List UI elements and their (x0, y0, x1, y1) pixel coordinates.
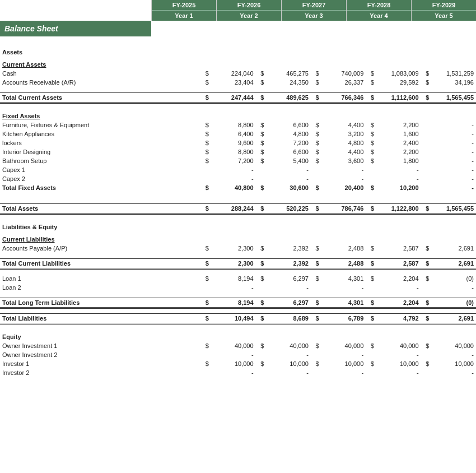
cell-value: 30,600 (266, 183, 311, 192)
section-header-row: Fixed Assets (0, 108, 476, 120)
cell-value: 23,404 (211, 78, 256, 87)
cell-value: 2,691 (431, 258, 476, 268)
cell-value: - (431, 129, 476, 138)
cell-value: - (431, 350, 476, 359)
dollar-sign: $ (200, 147, 211, 156)
fy-label: FY-2026 (217, 0, 281, 11)
dollar-sign: $ (200, 120, 211, 129)
row-label: Capex 2 (0, 174, 200, 183)
dollar-sign: $ (256, 313, 267, 323)
section-header-label: Liabilities & Equity (0, 219, 476, 231)
dollar-sign: $ (421, 92, 432, 103)
dollar-sign: $ (421, 78, 432, 87)
dollar-sign: $ (200, 69, 211, 78)
cell-value: 2,488 (321, 258, 366, 268)
row-label: Loan 2 (0, 283, 200, 292)
row-label: Furniture, Fixtures & Equipment (0, 120, 200, 129)
cell-value: 9,600 (211, 138, 256, 147)
section-header-row: Current Liabilities (0, 231, 476, 244)
dollar-sign: $ (311, 244, 321, 253)
cell-value: 8,800 (211, 147, 256, 156)
cell-value: 40,000 (431, 341, 476, 350)
cell-value: - (211, 165, 256, 174)
dollar-sign (366, 174, 376, 183)
dollar-sign: $ (421, 274, 432, 283)
dollar-sign: $ (366, 298, 376, 308)
table-row: Total Current Assets$247,444$489,625$766… (0, 92, 476, 103)
year-label: Year 4 (347, 11, 411, 21)
dollar-sign (256, 174, 267, 183)
dollar-sign: $ (366, 274, 376, 283)
fy-label: FY-2025 (152, 0, 216, 11)
cell-value: - (211, 174, 256, 183)
dollar-sign: $ (311, 203, 321, 214)
table-row: Total Long Term Liabilities$8,194$6,297$… (0, 298, 476, 308)
dollar-sign: $ (366, 313, 376, 323)
table-row: Loan 1$8,194$6,297$4,301$2,204$(0) (0, 274, 476, 283)
dollar-sign: $ (366, 78, 376, 87)
spacer-row (0, 39, 476, 44)
dollar-sign (200, 368, 211, 377)
spacer-row (0, 87, 476, 92)
row-label: Total Liabilities (0, 313, 200, 323)
cell-value: 2,200 (376, 120, 421, 129)
spacer-row (0, 192, 476, 198)
year-group: FY-2025Year 1 (151, 0, 216, 21)
table-row: Owner Investment 2----- (0, 350, 476, 359)
row-label: Kitchen Appliances (0, 129, 200, 138)
cell-value: 2,204 (376, 274, 421, 283)
spacer-row (0, 268, 476, 274)
table-row: Total Liabilities$10,494$8,689$6,789$4,7… (0, 313, 476, 323)
row-label: Total Fixed Assets (0, 183, 200, 192)
dollar-sign: $ (366, 359, 376, 368)
dollar-sign: $ (256, 92, 267, 103)
table-row: Accounts Payable (A/P)$2,300$2,392$2,488… (0, 244, 476, 253)
cell-value: 2,587 (376, 258, 421, 268)
dollar-sign: $ (256, 341, 267, 350)
dollar-sign: $ (366, 183, 376, 192)
dollar-sign: $ (366, 258, 376, 268)
dollar-sign: $ (366, 138, 376, 147)
dollar-sign (421, 350, 432, 359)
section-header-label: Current Liabilities (0, 231, 476, 244)
title-row: Balance Sheet (0, 21, 476, 36)
dollar-sign (311, 368, 321, 377)
cell-value: 10,000 (321, 359, 366, 368)
dollar-sign: $ (366, 244, 376, 253)
cell-value: - (431, 368, 476, 377)
dollar-sign: $ (256, 138, 267, 147)
cell-value: 6,789 (321, 313, 366, 323)
table-row: Cash$224,040$465,275$740,009$1,083,009$1… (0, 69, 476, 78)
cell-value: 465,275 (266, 69, 311, 78)
cell-value: - (321, 283, 366, 292)
cell-value: - (266, 165, 311, 174)
dollar-sign: $ (200, 78, 211, 87)
dollar-sign: $ (256, 258, 267, 268)
dollar-sign: $ (366, 69, 376, 78)
table-row: Total Current Liabilities$2,300$2,392$2,… (0, 258, 476, 268)
row-label: Total Current Assets (0, 92, 200, 103)
cell-value: 4,400 (321, 120, 366, 129)
cell-value: - (431, 147, 476, 156)
dollar-sign: $ (311, 359, 321, 368)
cell-value: - (321, 165, 366, 174)
dollar-sign: $ (256, 69, 267, 78)
cell-value: 40,000 (321, 341, 366, 350)
cell-value: - (431, 165, 476, 174)
cell-value: 1,600 (376, 129, 421, 138)
spacer-row (0, 308, 476, 313)
cell-value: 2,400 (376, 138, 421, 147)
dollar-sign (421, 156, 432, 165)
cell-value: - (211, 368, 256, 377)
cell-value: 2,204 (376, 298, 421, 308)
cell-value: 520,225 (266, 203, 311, 214)
year-group: FY-2026Year 2 (216, 0, 281, 21)
cell-value: 8,194 (211, 274, 256, 283)
dollar-sign: $ (256, 183, 267, 192)
table-row: lockers$9,600$7,200$4,800$2,400- (0, 138, 476, 147)
dollar-sign (366, 368, 376, 377)
cell-value: 2,691 (431, 244, 476, 253)
dollar-sign: $ (421, 359, 432, 368)
dollar-sign: $ (256, 129, 267, 138)
dollar-sign (421, 138, 432, 147)
